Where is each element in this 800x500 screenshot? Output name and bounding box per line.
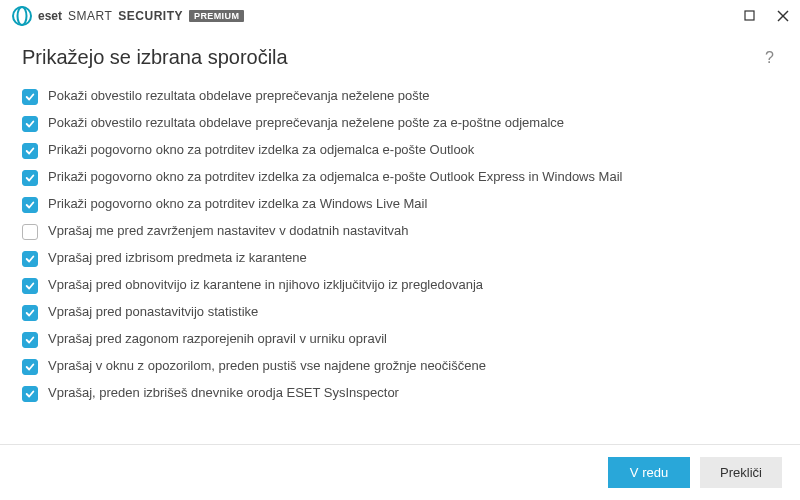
help-button[interactable]: ?: [761, 49, 778, 67]
option-row: Vprašaj, preden izbrišeš dnevnike orodja…: [22, 380, 782, 407]
option-checkbox[interactable]: [22, 305, 38, 321]
option-label: Pokaži obvestilo rezultata obdelave prep…: [48, 88, 430, 105]
option-label: Prikaži pogovorno okno za potrditev izde…: [48, 169, 622, 186]
brand: eset SMART SECURITY PREMIUM: [12, 6, 244, 26]
option-row: Vprašaj pred zagonom razporejenih opravi…: [22, 326, 782, 353]
dialog-header: Prikažejo se izbrana sporočila ?: [0, 32, 800, 83]
option-checkbox[interactable]: [22, 278, 38, 294]
option-label: Vprašaj pred zagonom razporejenih opravi…: [48, 331, 387, 348]
option-checkbox[interactable]: [22, 143, 38, 159]
option-row: Vprašaj pred ponastavitvijo statistike: [22, 299, 782, 326]
option-label: Vprašaj pred izbrisom predmeta iz karant…: [48, 250, 307, 267]
option-checkbox[interactable]: [22, 224, 38, 240]
option-row: Pokaži obvestilo rezultata obdelave prep…: [22, 83, 782, 110]
option-checkbox[interactable]: [22, 89, 38, 105]
option-row: Prikaži pogovorno okno za potrditev izde…: [22, 137, 782, 164]
close-button[interactable]: [774, 7, 792, 25]
option-row: Prikaži pogovorno okno za potrditev izde…: [22, 191, 782, 218]
dialog-footer: V redu Prekliči: [0, 444, 800, 500]
option-checkbox[interactable]: [22, 332, 38, 348]
window-controls: [740, 7, 792, 25]
option-label: Vprašaj v oknu z opozorilom, preden pust…: [48, 358, 486, 375]
svg-rect-2: [745, 11, 754, 20]
eset-logo-icon: [12, 6, 32, 26]
brand-eset: eset: [38, 9, 62, 23]
brand-badge: PREMIUM: [189, 10, 244, 22]
option-checkbox[interactable]: [22, 116, 38, 132]
page-title: Prikažejo se izbrana sporočila: [22, 46, 288, 69]
maximize-icon: [744, 10, 755, 21]
option-label: Prikaži pogovorno okno za potrditev izde…: [48, 142, 474, 159]
option-row: Vprašaj pred obnovitvijo iz karantene in…: [22, 272, 782, 299]
titlebar: eset SMART SECURITY PREMIUM: [0, 0, 800, 32]
option-checkbox[interactable]: [22, 170, 38, 186]
ok-button[interactable]: V redu: [608, 457, 690, 488]
option-row: Vprašaj pred izbrisom predmeta iz karant…: [22, 245, 782, 272]
svg-point-0: [13, 7, 31, 25]
brand-product-light: SMART: [68, 9, 112, 23]
svg-point-1: [18, 7, 27, 25]
option-checkbox[interactable]: [22, 386, 38, 402]
option-row: Prikaži pogovorno okno za potrditev izde…: [22, 164, 782, 191]
option-label: Pokaži obvestilo rezultata obdelave prep…: [48, 115, 564, 132]
option-checkbox[interactable]: [22, 197, 38, 213]
options-list[interactable]: Pokaži obvestilo rezultata obdelave prep…: [22, 83, 794, 444]
option-label: Prikaži pogovorno okno za potrditev izde…: [48, 196, 427, 213]
option-label: Vprašaj pred obnovitvijo iz karantene in…: [48, 277, 483, 294]
option-label: Vprašaj me pred zavrženjem nastavitev v …: [48, 223, 409, 240]
option-checkbox[interactable]: [22, 251, 38, 267]
option-label: Vprašaj pred ponastavitvijo statistike: [48, 304, 258, 321]
option-checkbox[interactable]: [22, 359, 38, 375]
content-wrap: Pokaži obvestilo rezultata obdelave prep…: [0, 83, 800, 444]
option-label: Vprašaj, preden izbrišeš dnevnike orodja…: [48, 385, 399, 402]
option-row: Pokaži obvestilo rezultata obdelave prep…: [22, 110, 782, 137]
option-row: Vprašaj v oknu z opozorilom, preden pust…: [22, 353, 782, 380]
close-icon: [777, 10, 789, 22]
cancel-button[interactable]: Prekliči: [700, 457, 782, 488]
option-row: Vprašaj me pred zavrženjem nastavitev v …: [22, 218, 782, 245]
brand-product-bold: SECURITY: [118, 9, 183, 23]
maximize-button[interactable]: [740, 7, 758, 25]
